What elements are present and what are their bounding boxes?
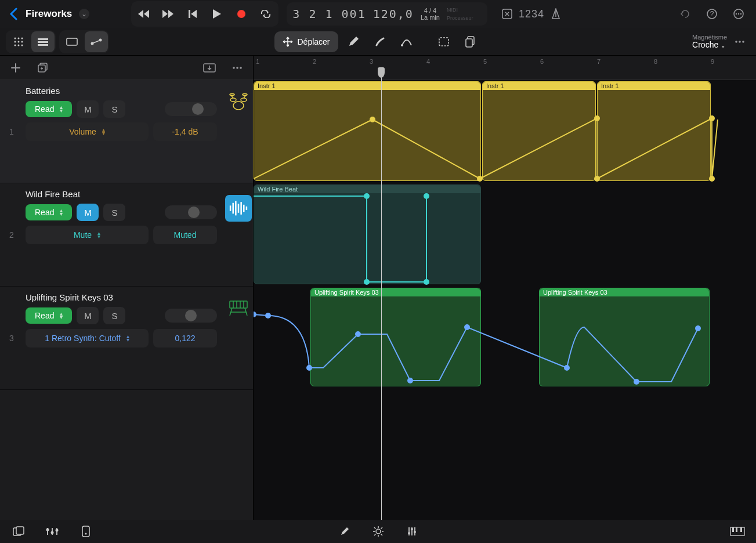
bar-number: 4	[426, 58, 430, 65]
region[interactable]: Instr 1	[254, 81, 481, 181]
play-button[interactable]	[205, 2, 229, 26]
rewind-button[interactable]	[132, 2, 155, 26]
automation-point[interactable]	[364, 193, 370, 199]
track-lane[interactable]: Instr 1Instr 1Instr 1	[254, 80, 756, 183]
automation-point[interactable]	[364, 279, 370, 285]
lcd-position[interactable]: 3 2 1 001	[292, 7, 366, 21]
pan-slider[interactable]	[165, 205, 217, 219]
marquee-tool-button[interactable]	[432, 30, 455, 53]
automation-point[interactable]	[695, 325, 701, 331]
automation-point[interactable]	[370, 117, 375, 122]
tuner-button[interactable]	[497, 2, 518, 26]
automation-point[interactable]	[265, 313, 271, 318]
project-title[interactable]: Fireworks	[26, 8, 72, 20]
mute-button[interactable]: M	[77, 307, 99, 324]
lcd-key[interactable]: La min	[421, 14, 440, 21]
automation-point[interactable]	[564, 365, 570, 371]
lcd-tempo[interactable]: 120,0	[373, 7, 414, 21]
track-name[interactable]: Wild Fire Beat	[26, 189, 217, 199]
track-lane[interactable]: Wild Fire Beat	[254, 183, 756, 287]
automation-point[interactable]	[306, 365, 312, 371]
edit-button[interactable]	[337, 520, 353, 543]
automation-point[interactable]	[709, 176, 715, 182]
count-in-button[interactable]: 1234	[521, 2, 542, 26]
playhead[interactable]	[381, 68, 382, 520]
automation-point[interactable]	[634, 379, 639, 385]
project-menu-chevron[interactable]: ⌄	[79, 9, 89, 19]
list-view-button[interactable]	[31, 31, 55, 52]
keyboard-button[interactable]	[729, 520, 746, 543]
mute-button[interactable]: M	[77, 204, 99, 221]
metronome-button[interactable]	[545, 2, 566, 26]
region[interactable]: Uplifting Spirit Keys 03	[310, 288, 481, 386]
solo-button[interactable]: S	[103, 204, 125, 221]
timeline-ruler[interactable]: 123456789	[254, 56, 756, 80]
svg-rect-27	[439, 38, 448, 46]
plugins-button[interactable]	[404, 520, 420, 543]
track-row[interactable]: 1 Batteries Read▴▾ M S Volume▴▾ -1,4 dB	[0, 80, 253, 183]
automation-value[interactable]: Muted	[153, 226, 217, 244]
region[interactable]: Instr 1	[482, 81, 596, 181]
automation-value[interactable]: -1,4 dB	[153, 122, 217, 141]
track-lane[interactable]: Uplifting Spirit Keys 03Uplifting Spirit…	[254, 287, 756, 390]
automation-view-button[interactable]	[85, 31, 108, 52]
solo-button[interactable]: S	[103, 307, 125, 324]
pan-slider[interactable]	[165, 309, 217, 323]
automation-point[interactable]	[594, 115, 600, 121]
go-to-start-button[interactable]	[181, 2, 204, 26]
automation-param-select[interactable]: Mute▴▾	[26, 226, 149, 244]
automation-point[interactable]	[709, 115, 715, 121]
automation-mode-button[interactable]: Read▴▾	[26, 101, 72, 117]
track-row[interactable]: 2 Wild Fire Beat Read▴▾ M S Mute▴▾ Muted	[0, 183, 253, 287]
forward-button[interactable]	[157, 2, 180, 26]
automation-point[interactable]	[464, 324, 470, 330]
automation-mode-button[interactable]: Read▴▾	[26, 204, 72, 220]
pan-slider[interactable]	[165, 102, 217, 116]
snap-display[interactable]: Magnétisme Croche ⌄	[692, 34, 727, 49]
mute-button[interactable]: M	[77, 100, 99, 118]
pencil-tool-button[interactable]	[342, 30, 365, 53]
brush-tool-button[interactable]	[368, 30, 392, 53]
duplicate-track-button[interactable]	[35, 56, 52, 79]
automation-point[interactable]	[355, 331, 361, 337]
region[interactable]: Wild Fire Beat	[254, 184, 481, 284]
grid-view-button[interactable]	[7, 31, 30, 52]
help-button[interactable]: ?	[700, 2, 724, 26]
mixer-button[interactable]	[44, 520, 60, 543]
track-name[interactable]: Batteries	[26, 86, 217, 96]
track-row[interactable]: 3 Uplifting Spirit Keys 03 Read▴▾ M S 1 …	[0, 287, 253, 390]
copy-tool-button[interactable]	[459, 30, 482, 53]
automation-mode-button[interactable]: Read▴▾	[26, 307, 72, 324]
automation-point[interactable]	[424, 279, 429, 285]
solo-button[interactable]: S	[103, 100, 125, 118]
back-button[interactable]	[6, 8, 21, 20]
automation-value[interactable]: 0,122	[153, 329, 217, 347]
automation-param-select[interactable]: 1 Retro Synth: Cutoff▴▾	[26, 329, 149, 347]
cycle-button[interactable]	[254, 2, 277, 26]
automation-point[interactable]	[424, 193, 429, 199]
lcd-timesig[interactable]: 4 / 4	[421, 7, 440, 14]
move-tool-button[interactable]: Déplacer	[274, 31, 338, 52]
more-button[interactable]	[727, 2, 750, 26]
undo-button[interactable]	[674, 2, 697, 26]
toolbar-more-button[interactable]	[728, 30, 751, 53]
library-button[interactable]	[10, 520, 27, 543]
record-button[interactable]	[230, 2, 253, 26]
smart-controls-button[interactable]	[370, 520, 386, 543]
track-more-button[interactable]	[229, 56, 246, 79]
automation-point[interactable]	[407, 378, 413, 383]
notepad-button[interactable]	[78, 520, 94, 543]
automation-param-select[interactable]: Volume▴▾	[26, 122, 149, 141]
automation-point[interactable]	[254, 312, 256, 317]
region-view-button[interactable]	[60, 31, 84, 52]
svg-point-17	[18, 44, 20, 46]
region[interactable]: Instr 1	[597, 81, 711, 181]
lcd-display[interactable]: 3 2 1 001 120,0 4 / 4 La min MIDI Proces…	[287, 2, 487, 26]
track-name[interactable]: Uplifting Spirit Keys 03	[26, 292, 217, 302]
add-track-button[interactable]	[7, 56, 24, 79]
automation-point[interactable]	[594, 176, 600, 182]
import-button[interactable]	[201, 56, 218, 79]
region[interactable]: Uplifting Spirit Keys 03	[539, 288, 710, 386]
automation-point[interactable]	[477, 176, 483, 182]
curve-tool-button[interactable]	[395, 30, 418, 53]
